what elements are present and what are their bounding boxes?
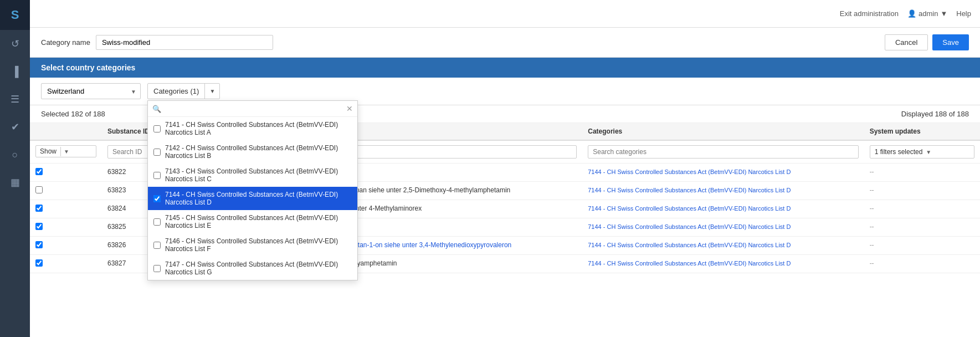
th-system-updates-label: System updates <box>870 127 974 135</box>
dropdown-search-row: 🔍 ✕ <box>148 101 357 117</box>
item-label-7147: 7147 - CH Swiss Controlled Substances Ac… <box>165 261 352 276</box>
country-select-wrapper[interactable]: Switzerland Germany France USA <box>41 83 141 99</box>
dash-6: -- <box>870 259 874 267</box>
category-bar: Category name Cancel Save <box>30 28 980 58</box>
categories-dropdown-popup: 🔍 ✕ 7141 - CH Swiss Controlled Substance… <box>147 100 358 280</box>
list-check-icon: ✔ <box>11 121 19 133</box>
dropdown-item-7145[interactable]: 7145 - CH Swiss Controlled Substances Ac… <box>148 210 357 233</box>
dropdown-item-7144[interactable]: 7144 - CH Swiss Controlled Substances Ac… <box>148 187 357 210</box>
logo-icon: S <box>11 8 19 22</box>
checkbox-7142[interactable] <box>153 149 161 156</box>
td-check-4[interactable] <box>30 218 102 237</box>
sidebar-item-list[interactable]: ☰ <box>0 85 30 113</box>
main-content: Exit administration 👤 admin ▼ Help Categ… <box>30 0 980 337</box>
dropdown-search-icon: 🔍 <box>152 105 161 113</box>
item-label-7141: 7141 - CH Swiss Controlled Substances Ac… <box>165 121 352 136</box>
sidebar-item-clock[interactable]: ○ <box>0 141 30 168</box>
td-cat-4: 7144 - CH Swiss Controlled Substances Ac… <box>582 218 864 237</box>
displayed-count: Displayed 188 of 188 <box>901 110 969 118</box>
item-label-7144: 7144 - CH Swiss Controlled Substances Ac… <box>165 191 352 206</box>
checkbox-7145[interactable] <box>153 218 161 226</box>
dropdown-item-7147[interactable]: 7147 - CH Swiss Controlled Substances Ac… <box>148 257 357 280</box>
td-check-6[interactable] <box>30 255 102 273</box>
row-checkbox-2[interactable] <box>35 186 43 193</box>
td-filter: 1 filters selected ▼ <box>864 140 980 164</box>
topbar-links: Exit administration 👤 admin ▼ Help <box>840 9 971 18</box>
td-cat-3: 7144 - CH Swiss Controlled Substances Ac… <box>582 200 864 218</box>
row-checkbox-5[interactable] <box>35 241 43 248</box>
category-name-input[interactable] <box>96 35 273 50</box>
cat-text-4: 7144 - CH Swiss Controlled Substances Ac… <box>588 223 791 230</box>
sidebar-item-refresh[interactable]: ↺ <box>0 30 30 58</box>
save-button[interactable]: Save <box>932 34 969 50</box>
th-check <box>30 123 102 140</box>
country-select[interactable]: Switzerland Germany France USA <box>41 83 141 99</box>
td-sys-5: -- <box>864 237 980 255</box>
dash-2: -- <box>870 186 874 194</box>
clock-icon: ○ <box>12 149 18 161</box>
cat-text-1: 7144 - CH Swiss Controlled Substances Ac… <box>588 168 791 175</box>
chart-icon: ▐ <box>12 66 19 78</box>
dropdown-search-input[interactable] <box>163 105 344 113</box>
item-label-7145: 7145 - CH Swiss Controlled Substances Ac… <box>165 214 352 229</box>
show-arrow-icon: ▼ <box>60 147 72 156</box>
dash-4: -- <box>870 223 874 231</box>
row-checkbox-3[interactable] <box>35 205 43 212</box>
dash-1: -- <box>870 168 874 176</box>
checkbox-7147[interactable] <box>153 265 161 272</box>
categories-button[interactable]: Categories (1) ▼ <box>147 83 220 99</box>
th-categories-label: Categories <box>588 127 858 135</box>
sidebar-item-table[interactable]: ▦ <box>0 168 30 196</box>
td-sys-2: -- <box>864 182 980 200</box>
dash-5: -- <box>870 241 874 249</box>
filter-arrow-icon: ▼ <box>926 149 931 155</box>
filter-badge[interactable]: 1 filters selected ▼ <box>870 145 974 159</box>
checkbox-7146[interactable] <box>153 242 161 249</box>
selected-count: Selected 182 of 188 <box>41 110 105 118</box>
td-cat-1: 7144 - CH Swiss Controlled Substances Ac… <box>582 164 864 182</box>
categories-dropdown-wrapper: Categories (1) ▼ 🔍 ✕ 7141 - CH Swiss Con… <box>147 83 220 99</box>
checkbox-7144[interactable] <box>153 195 161 202</box>
search-categories-input[interactable] <box>588 145 858 159</box>
td-sys-4: -- <box>864 218 980 237</box>
td-sys-6: -- <box>864 255 980 273</box>
td-sys-3: -- <box>864 200 980 218</box>
dropdown-item-7142[interactable]: 7142 - CH Swiss Controlled Substances Ac… <box>148 140 357 164</box>
td-check-1[interactable] <box>30 164 102 182</box>
cat-text-2: 7144 - CH Swiss Controlled Substances Ac… <box>588 187 791 193</box>
show-button[interactable]: Show ▼ <box>35 145 96 157</box>
item-label-7146: 7146 - CH Swiss Controlled Substances Ac… <box>165 237 352 253</box>
td-check-2[interactable] <box>30 182 102 200</box>
help-link[interactable]: Help <box>956 9 971 18</box>
td-cat-2: 7144 - CH Swiss Controlled Substances Ac… <box>582 182 864 200</box>
row-checkbox-6[interactable] <box>35 259 43 267</box>
item-label-7142: 7142 - CH Swiss Controlled Substances Ac… <box>165 144 352 160</box>
exit-admin-link[interactable]: Exit administration <box>840 9 899 18</box>
cat-text-6: 7144 - CH Swiss Controlled Substances Ac… <box>588 260 791 267</box>
admin-user[interactable]: 👤 admin ▼ <box>907 9 947 18</box>
td-show: Show ▼ <box>30 140 102 164</box>
td-cat-5: 7144 - CH Swiss Controlled Substances Ac… <box>582 237 864 255</box>
dropdown-item-7146[interactable]: 7146 - CH Swiss Controlled Substances Ac… <box>148 233 357 257</box>
checkbox-7143[interactable] <box>153 172 161 179</box>
td-cat-6: 7144 - CH Swiss Controlled Substances Ac… <box>582 255 864 273</box>
checkbox-7141[interactable] <box>153 125 161 132</box>
cancel-button[interactable]: Cancel <box>885 34 928 50</box>
td-check-3[interactable] <box>30 200 102 218</box>
th-system-updates: System updates <box>864 123 980 140</box>
sidebar-item-list-check[interactable]: ✔ <box>0 113 30 141</box>
row-checkbox-1[interactable] <box>35 168 43 175</box>
section-title: Select country categories <box>41 63 135 72</box>
dropdown-item-7143[interactable]: 7143 - CH Swiss Controlled Substances Ac… <box>148 164 357 187</box>
item-label-7143: 7143 - CH Swiss Controlled Substances Ac… <box>165 167 352 183</box>
sidebar-item-chart[interactable]: ▐ <box>0 58 30 85</box>
dropdown-arrow-icon: ▼ <box>940 9 947 18</box>
user-icon: 👤 <box>907 9 916 18</box>
sidebar-logo: S <box>0 0 30 30</box>
row-checkbox-4[interactable] <box>35 223 43 230</box>
dropdown-item-7141[interactable]: 7141 - CH Swiss Controlled Substances Ac… <box>148 117 357 140</box>
td-check-5[interactable] <box>30 237 102 255</box>
admin-label: admin <box>919 9 938 18</box>
dropdown-clear-icon[interactable]: ✕ <box>346 104 353 113</box>
sidebar: S ↺ ▐ ☰ ✔ ○ ▦ <box>0 0 30 337</box>
